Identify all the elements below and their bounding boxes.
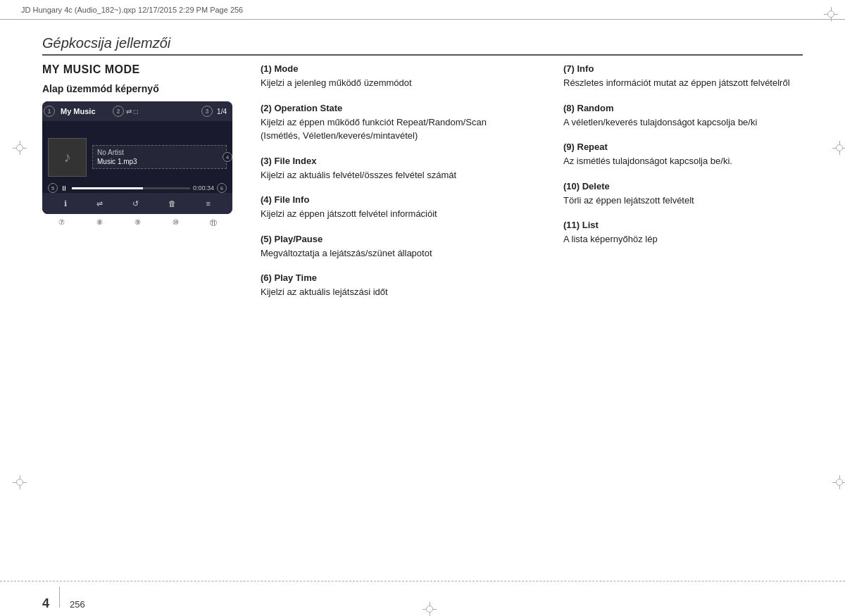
item-9-desc: Az ismétlés tulajdonságot kapcsolja be/k… (563, 154, 803, 168)
section-title: Gépkocsija jellemzői (42, 35, 170, 51)
item-3-title: (3) File Index (261, 156, 514, 166)
screen-ops: 2 ⇄ □ (113, 106, 138, 117)
random-icon: ⇌ (96, 199, 103, 208)
repeat-icon: ↺ (132, 199, 139, 208)
item-2-desc: Kijelzi az éppen működő funkciót Repeat/… (261, 115, 514, 143)
item-9: (9) Repeat Az ismétlés tulajdonságot kap… (563, 142, 803, 168)
item-8-title: (8) Random (563, 103, 803, 113)
right-column: (7) Info Részletes információt mutat az … (563, 63, 803, 259)
item-3: (3) File Index Kijelzi az aktuális felvé… (261, 156, 514, 182)
ann-4: 4 (223, 152, 232, 162)
item-9-title: (9) Repeat (563, 142, 803, 152)
item-10-desc: Törli az éppen lejátszott felvételt (563, 194, 803, 208)
bottom-num-labels: ⑦ ⑧ ⑨ ⑩ ⑪ (42, 218, 232, 228)
track-info-wrap: No Artist Music 1.mp3 4 (92, 145, 227, 169)
item-8-desc: A véletlen/keverés tulajdonságot kapcsol… (563, 115, 803, 130)
item-8: (8) Random A véletlen/keverés tulajdonsá… (563, 103, 803, 130)
label-10: ⑩ (162, 218, 189, 228)
item-2-title: (2) Operation State (261, 103, 514, 113)
item-5-desc: Megváltoztatja a lejátszás/szünet állapo… (261, 246, 514, 260)
info-icon: ℹ (64, 199, 67, 208)
item-6: (6) Play Time Kijelzi az aktuális lejáts… (261, 272, 514, 299)
label-8: ⑧ (86, 218, 113, 228)
item-3-desc: Kijelzi az aktuális felvétel/összes felv… (261, 168, 514, 182)
progress-bar (72, 187, 190, 189)
item-4-desc: Kijelzi az éppen játszott felvétel infor… (261, 207, 514, 221)
screen-top-bar: 1 My Music 2 ⇄ □ 3 1/4 (42, 101, 232, 121)
top-bar-text: JD Hungary 4c (Audio_182~).qxp 12/17/201… (21, 6, 243, 14)
ann-5: 5 (48, 183, 58, 193)
album-art-wrap: ♪ (48, 138, 87, 177)
play-time: 0:00:34 (193, 184, 214, 191)
item-1-desc: Kijelzi a jelenleg működő üzemmódot (261, 76, 514, 90)
track-artist: No Artist (97, 149, 222, 156)
progress-area: 5 ⏸ 0:00:34 6 (42, 183, 232, 193)
item-4-title: (4) File Info (261, 194, 514, 205)
footer-chapter: 4 (42, 596, 49, 611)
track-name: Music 1.mp3 (97, 158, 222, 165)
item-10: (10) Delete Törli az éppen lejátszott fe… (563, 181, 803, 208)
ann-6: 6 (217, 183, 227, 193)
item-5-title: (5) Play/Pause (261, 234, 514, 244)
track-info-box: No Artist Music 1.mp3 (92, 145, 227, 169)
label-7: ⑦ (48, 218, 75, 228)
delete-icon: 🗑 (168, 199, 176, 208)
list-icon: ≡ (206, 199, 210, 208)
item-7-desc: Részletes információt mutat az éppen ját… (563, 76, 803, 90)
left-column: MY MUSIC MODE Alap üzemmód képernyő 1 My… (42, 63, 254, 228)
item-5: (5) Play/Pause Megváltoztatja a lejátszá… (261, 234, 514, 260)
mid-column: (1) Mode Kijelzi a jelenleg működő üzemm… (261, 63, 514, 312)
section-title-bar: Gépkocsija jellemzői (42, 35, 803, 56)
section-heading: MY MUSIC MODE (42, 63, 254, 76)
item-11-title: (11) List (563, 220, 803, 230)
item-11: (11) List A lista képernyőhöz lép (563, 220, 803, 246)
item-6-desc: Kijelzi az aktuális lejátszási időt (261, 285, 514, 299)
top-bar: JD Hungary 4c (Audio_182~).qxp 12/17/201… (0, 0, 845, 20)
main-content: MY MUSIC MODE Alap üzemmód képernyő 1 My… (42, 63, 803, 574)
album-art: ♪ (48, 138, 87, 177)
pause-icon: ⏸ (61, 184, 68, 192)
footer-separator (59, 586, 60, 608)
item-7: (7) Info Részletes információt mutat az … (563, 63, 803, 90)
screen-title: My Music (61, 107, 96, 115)
sub-heading: Alap üzemmód képernyő (42, 83, 254, 94)
item-4: (4) File Info Kijelzi az éppen játszott … (261, 194, 514, 221)
item-10-title: (10) Delete (563, 181, 803, 191)
label-11: ⑪ (200, 218, 227, 228)
screen-mockup: 1 My Music 2 ⇄ □ 3 1/4 ♪ (42, 101, 232, 214)
screen-body: ♪ No Artist Music 1.mp3 4 (42, 121, 232, 193)
item-7-title: (7) Info (563, 63, 803, 74)
screen-bottom-bar: ℹ ⇌ ↺ 🗑 ≡ (42, 193, 232, 214)
item-2: (2) Operation State Kijelzi az éppen műk… (261, 103, 514, 143)
item-11-desc: A lista képernyőhöz lép (563, 232, 803, 246)
screen-icons-right: 3 1/4 (201, 106, 227, 117)
ann-2: 2 (113, 106, 124, 117)
music-icon: ♪ (64, 149, 71, 165)
item-6-title: (6) Play Time (261, 272, 514, 283)
screen-index: 1/4 (217, 108, 227, 115)
ops-icons: ⇄ □ (126, 108, 138, 115)
progress-fill (72, 187, 143, 189)
label-9: ⑨ (124, 218, 151, 228)
footer-page: 4 256 (42, 586, 85, 611)
ann-1: 1 (44, 106, 55, 117)
footer-page-num: 256 (70, 599, 85, 610)
item-1: (1) Mode Kijelzi a jelenleg működő üzemm… (261, 63, 514, 90)
ann-3: 3 (201, 106, 213, 117)
item-1-title: (1) Mode (261, 63, 514, 74)
